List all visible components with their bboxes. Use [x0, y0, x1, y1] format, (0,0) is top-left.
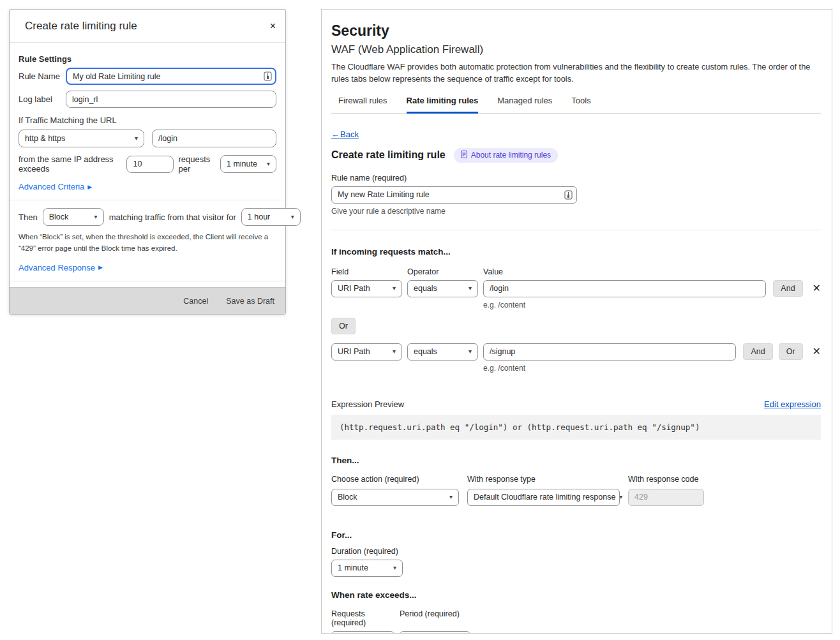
and-button[interactable]: And [773, 280, 802, 297]
value-input[interactable] [483, 343, 736, 361]
period-label: Period (required) [400, 609, 460, 627]
log-label-input[interactable] [66, 91, 276, 108]
chevron-down-icon: ▾ [393, 565, 396, 571]
dialog-footer: Cancel Save as Draft [10, 287, 285, 314]
action-select[interactable]: Block ▾ [43, 208, 104, 226]
period-select[interactable]: 1 minute ▾ [220, 155, 276, 173]
chevron-down-icon: ▾ [291, 214, 294, 220]
rule-settings-heading: Rule Settings [19, 54, 276, 64]
url-pattern-input[interactable] [152, 130, 276, 147]
remove-condition-icon[interactable]: ✕ [813, 283, 821, 294]
rule-name-row: Rule Name [19, 68, 276, 85]
caret-right-icon: ▶ [87, 184, 92, 190]
chevron-down-icon: ▾ [469, 285, 472, 292]
field-column-label: Field [331, 267, 407, 276]
form-title: Create rate limiting rule [331, 149, 446, 161]
chevron-down-icon: ▾ [393, 348, 396, 355]
response-type-label: With response type [467, 475, 620, 484]
rate-sentence-middle: requests per [178, 154, 216, 174]
save-as-draft-button[interactable]: Save as Draft [226, 297, 274, 306]
tab-managed-rules[interactable]: Managed rules [497, 91, 552, 113]
dialog-title: Create rate limiting rule [25, 20, 137, 33]
rule-name-input[interactable] [331, 186, 577, 204]
operator-select[interactable]: equals ▾ [407, 280, 478, 297]
autofill-icon [564, 190, 573, 202]
or-button[interactable]: Or [331, 318, 356, 334]
security-waf-panel: Security WAF (Web Application Firewall) … [321, 9, 832, 634]
waf-tabs: Firewall rules Rate limiting rules Manag… [331, 91, 821, 114]
scheme-select[interactable]: http & https ▾ [19, 130, 144, 147]
divider [10, 200, 285, 200]
value-helper: e.g. /content [483, 301, 766, 309]
advanced-response-link[interactable]: Advanced Response ▶ [19, 263, 103, 272]
rule-name-label: Rule name (required) [331, 174, 821, 182]
duration-select[interactable]: 1 minute ▾ [331, 560, 403, 577]
response-type-select[interactable]: Default Cloudflare rate limiting respons… [467, 489, 620, 506]
operator-select[interactable]: equals ▾ [407, 343, 478, 361]
chevron-down-icon: ▾ [135, 135, 138, 142]
log-label-row: Log label [19, 91, 276, 108]
field-select[interactable]: URI Path ▾ [331, 280, 402, 297]
expression-preview-label: Expression Preview [331, 399, 404, 409]
arrow-left-icon: ← [331, 130, 340, 139]
choose-action-select[interactable]: Block ▾ [331, 489, 459, 506]
match-heading: If incoming requests match... [331, 247, 821, 257]
divider [331, 230, 821, 230]
tab-rate-limiting-rules[interactable]: Rate limiting rules [407, 91, 479, 114]
rule-name-helper: Give your rule a descriptive name [331, 207, 821, 216]
value-input[interactable] [483, 280, 766, 297]
chevron-down-icon: ▾ [619, 494, 622, 500]
tab-tools[interactable]: Tools [571, 91, 590, 113]
operator-column-label: Operator [407, 267, 483, 276]
block-note: When “Block” is set, when the threshold … [19, 232, 276, 255]
rate-exceeds-heading: When rate exceeds... [331, 590, 821, 600]
then-label: Then [19, 212, 38, 222]
chevron-down-icon: ▾ [267, 161, 270, 167]
caret-right-icon: ▶ [98, 264, 103, 271]
ban-duration-select[interactable]: 1 hour ▾ [241, 208, 301, 226]
rate-sentence-before: from the same IP address exceeds [19, 154, 122, 174]
legacy-rate-limiting-dialog: Create rate limiting rule × Rule Setting… [9, 9, 286, 315]
rule-name-label: Rule Name [19, 71, 66, 81]
duration-label: Duration (required) [331, 547, 821, 556]
about-rate-limiting-badge[interactable]: About rate limiting rules [454, 148, 558, 163]
condition-row: URI Path ▾ equals ▾ e.g. /content And Or… [331, 343, 821, 373]
response-code-label: With response code [628, 475, 704, 484]
period-select[interactable]: 1 minute ▾ [400, 631, 470, 634]
advanced-criteria-link[interactable]: Advanced Criteria ▶ [19, 182, 92, 191]
traffic-match-heading: If Traffic Matching the URL [19, 115, 276, 125]
rule-name-input[interactable] [66, 68, 276, 85]
autofill-icon [264, 71, 272, 83]
value-column-label: Value [483, 267, 503, 276]
requests-threshold-input[interactable] [126, 156, 174, 173]
and-button[interactable]: And [743, 343, 772, 360]
page-title: Security [331, 22, 821, 40]
remove-condition-icon[interactable]: ✕ [813, 346, 821, 357]
chevron-down-icon: ▾ [94, 214, 98, 220]
choose-action-label: Choose action (required) [331, 475, 459, 484]
log-label-label: Log label [19, 94, 66, 104]
chevron-down-icon: ▾ [393, 285, 396, 292]
doc-icon [461, 151, 467, 160]
dialog-header: Create rate limiting rule × [10, 10, 285, 43]
close-icon[interactable]: × [270, 21, 276, 31]
divider [10, 281, 285, 281]
requests-input[interactable] [331, 631, 394, 634]
then-heading: Then... [331, 456, 821, 465]
page-subtitle: WAF (Web Application Firewall) [331, 43, 821, 56]
edit-expression-link[interactable]: Edit expression [764, 399, 821, 409]
back-link[interactable]: ← Back [331, 130, 359, 139]
cancel-button[interactable]: Cancel [183, 297, 208, 306]
or-button[interactable]: Or [779, 343, 803, 360]
for-heading: For... [331, 530, 821, 540]
response-code-input: 429 [628, 489, 704, 506]
then-middle-label: matching traffic from that visitor for [109, 212, 236, 222]
condition-row: URI Path ▾ equals ▾ e.g. /content And ✕ [331, 280, 821, 309]
value-helper: e.g. /content [483, 364, 736, 373]
chevron-down-icon: ▾ [449, 494, 453, 500]
expression-preview-code: (http.request.uri.path eq "/login") or (… [331, 415, 821, 440]
page-description: The Cloudflare WAF provides both automat… [331, 61, 821, 86]
field-select[interactable]: URI Path ▾ [331, 343, 402, 361]
chevron-down-icon: ▾ [469, 348, 472, 355]
tab-firewall-rules[interactable]: Firewall rules [338, 91, 387, 113]
